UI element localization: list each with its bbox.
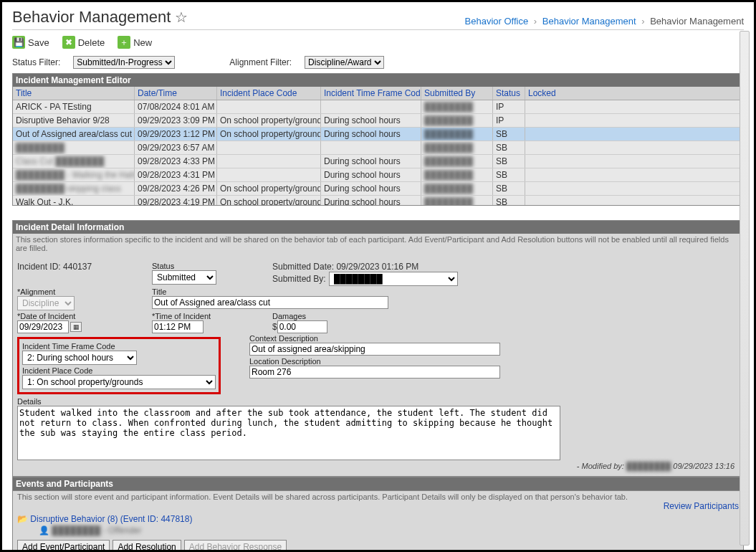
- grid-body[interactable]: ARICK - PA TEsting07/08/2024 8:01 AM████…: [13, 100, 743, 205]
- status-select[interactable]: Submitted: [152, 270, 216, 285]
- col-submitted-by[interactable]: Submitted By: [421, 87, 493, 100]
- detail-note: This section stores information specific…: [12, 234, 744, 258]
- col-title[interactable]: Title: [13, 87, 135, 100]
- event-link[interactable]: Disruptive Behavior (8) (Event ID: 44781…: [30, 514, 192, 524]
- delete-label: Delete: [78, 37, 105, 48]
- folder-icon: 📂: [17, 514, 28, 524]
- col-locked[interactable]: Locked: [525, 87, 565, 100]
- alignment-filter-label: Alignment Filter:: [229, 57, 292, 67]
- page-title: Behavior Management: [12, 8, 171, 27]
- title-label: Title: [152, 287, 388, 296]
- review-participants-link[interactable]: Review Participants: [664, 501, 739, 511]
- add-event-participant-button[interactable]: Add Event/Participant: [17, 540, 110, 550]
- table-row[interactable]: ████████-skipping class09/28/2023 4:26 P…: [13, 182, 743, 196]
- breadcrumb-link-management[interactable]: Behavior Management: [542, 16, 636, 27]
- col-place[interactable]: Incident Place Code: [217, 87, 321, 100]
- time-of-incident-label: *Time of Incident: [152, 312, 259, 320]
- calendar-icon[interactable]: ▦: [70, 322, 82, 332]
- chevron-right-icon: ›: [638, 16, 647, 27]
- submitted-date-label: Submitted Date:: [272, 262, 334, 272]
- col-time[interactable]: Incident Time Frame Code: [321, 87, 421, 100]
- time-frame-code-select[interactable]: 2: During school hours: [22, 351, 137, 365]
- table-row[interactable]: Out of Assigned area/class cut09/29/2023…: [13, 128, 743, 141]
- breadcrumb: Behavior Office › Behavior Management › …: [465, 16, 744, 27]
- participant-name[interactable]: ████████ - Offender: [52, 525, 141, 536]
- delete-button[interactable]: ✖ Delete: [62, 36, 105, 49]
- events-note: This section will store event and partic…: [17, 492, 739, 501]
- context-description-label: Context Description: [249, 334, 500, 343]
- table-row[interactable]: Walk Out - J.K.09/28/2023 4:19 PMOn scho…: [13, 196, 743, 205]
- grid-header-title: Incident Management Editor: [13, 74, 743, 87]
- person-icon: 👤: [39, 525, 49, 536]
- plus-icon: ＋: [118, 36, 130, 49]
- place-code-select[interactable]: 1: On school property/grounds: [22, 375, 216, 389]
- add-behavior-response-button: Add Behavior Response: [184, 540, 287, 550]
- incident-id-value: 440137: [63, 262, 92, 272]
- place-code-label: Incident Place Code: [22, 366, 216, 375]
- submitted-by-select[interactable]: ████████: [329, 272, 458, 286]
- add-resolution-button[interactable]: Add Resolution: [113, 540, 181, 550]
- submitted-by-label: Submitted By:: [272, 274, 326, 284]
- save-icon: 💾: [12, 36, 25, 49]
- delete-icon: ✖: [62, 36, 75, 49]
- chevron-right-icon: ›: [531, 16, 540, 27]
- status-filter-label: Status Filter:: [12, 57, 60, 67]
- breadcrumb-current: Behavior Management: [650, 16, 744, 27]
- events-header: Events and Participants: [12, 477, 744, 491]
- title-input[interactable]: [152, 296, 388, 309]
- modified-time: 09/29/2023 13:16: [673, 462, 735, 470]
- breadcrumb-link-office[interactable]: Behavior Office: [465, 16, 529, 27]
- alignment-select: Discipline: [17, 296, 75, 310]
- time-frame-code-label: Incident Time Frame Code: [22, 342, 216, 351]
- highlighted-codes-box: Incident Time Frame Code 2: During schoo…: [17, 337, 221, 394]
- new-button[interactable]: ＋ New: [118, 36, 152, 49]
- detail-header: Incident Detail Information: [12, 220, 744, 234]
- table-row[interactable]: ARICK - PA TEsting07/08/2024 8:01 AM████…: [13, 100, 743, 114]
- time-of-incident-input[interactable]: [152, 320, 204, 333]
- new-label: New: [133, 37, 152, 48]
- save-label: Save: [28, 37, 49, 48]
- table-row[interactable]: Class Cut ████████09/28/2023 4:33 PMDuri…: [13, 155, 743, 168]
- table-row[interactable]: Disruptive Behavior 9/2809/29/2023 3:09 …: [13, 114, 743, 128]
- alignment-filter-select[interactable]: Discipline/Award: [305, 56, 384, 69]
- context-description-input[interactable]: [249, 343, 500, 356]
- location-description-input[interactable]: [249, 366, 500, 379]
- date-of-incident-label: *Date of Incident: [17, 312, 139, 320]
- col-status[interactable]: Status: [493, 87, 525, 100]
- details-textarea[interactable]: [17, 406, 560, 460]
- modified-by-name: ████████: [626, 462, 671, 470]
- damages-label: Damages: [272, 312, 327, 320]
- status-filter-select[interactable]: Submitted/In-Progress: [73, 56, 175, 69]
- details-label: Details: [17, 397, 739, 406]
- scrollbar[interactable]: [740, 31, 750, 546]
- table-row[interactable]: ████████09/29/2023 6:57 AM████████SB: [13, 141, 743, 155]
- submitted-date-value: 09/29/2023 01:16 PM: [336, 262, 418, 272]
- table-row[interactable]: ████████ - Walking the Halls09/28/2023 4…: [13, 168, 743, 182]
- status-label: Status: [152, 262, 216, 270]
- col-date[interactable]: Date/Time: [135, 87, 217, 100]
- favorite-star-icon[interactable]: ☆: [175, 9, 188, 26]
- modified-by-prefix: - Modified by:: [577, 462, 624, 470]
- save-button[interactable]: 💾 Save: [12, 36, 49, 49]
- alignment-label: *Alignment: [17, 287, 139, 296]
- location-description-label: Location Description: [249, 357, 500, 366]
- incident-id-label: Incident ID:: [17, 262, 61, 272]
- date-of-incident-input[interactable]: [17, 320, 69, 333]
- damages-input[interactable]: [277, 320, 327, 333]
